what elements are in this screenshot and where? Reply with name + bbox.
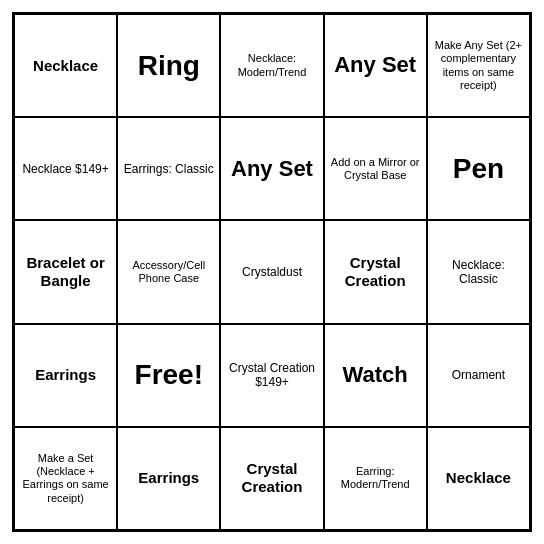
- cell-r1-c2: Ring: [117, 14, 220, 117]
- cell-text-r5-c2: Earrings: [138, 469, 199, 487]
- cell-text-r3-c2: Accessory/Cell Phone Case: [122, 259, 215, 285]
- cell-r1-c5: Make Any Set (2+ complementary items on …: [427, 14, 530, 117]
- cell-r2-c5: Pen: [427, 117, 530, 220]
- cell-text-r2-c2: Earrings: Classic: [124, 162, 214, 176]
- cell-text-r4-c3: Crystal Creation $149+: [225, 361, 318, 390]
- cell-text-r2-c5: Pen: [453, 152, 504, 186]
- cell-r5-c1: Make a Set (Necklace + Earrings on same …: [14, 427, 117, 530]
- cell-r4-c1: Earrings: [14, 324, 117, 427]
- cell-text-r5-c3: Crystal Creation: [225, 460, 318, 496]
- cell-r1-c1: Necklace: [14, 14, 117, 117]
- cell-r4-c2: Free!: [117, 324, 220, 427]
- cell-text-r3-c4: Crystal Creation: [329, 254, 422, 290]
- cell-r3-c3: Crystaldust: [220, 220, 323, 323]
- cell-text-r1-c5: Make Any Set (2+ complementary items on …: [432, 39, 525, 92]
- cell-r2-c4: Add on a Mirror or Crystal Base: [324, 117, 427, 220]
- cell-r1-c4: Any Set: [324, 14, 427, 117]
- cell-text-r1-c1: Necklace: [33, 57, 98, 75]
- cell-text-r2-c1: Necklace $149+: [22, 162, 108, 176]
- cell-text-r5-c5: Necklace: [446, 469, 511, 487]
- cell-text-r1-c3: Necklace: Modern/Trend: [225, 52, 318, 78]
- cell-r5-c4: Earring: Modern/Trend: [324, 427, 427, 530]
- cell-r5-c3: Crystal Creation: [220, 427, 323, 530]
- cell-text-r4-c1: Earrings: [35, 366, 96, 384]
- cell-text-r2-c4: Add on a Mirror or Crystal Base: [329, 156, 422, 182]
- cell-text-r3-c5: Necklace: Classic: [432, 258, 525, 287]
- cell-text-r4-c2: Free!: [135, 358, 203, 392]
- cell-text-r3-c3: Crystaldust: [242, 265, 302, 279]
- cell-text-r2-c3: Any Set: [231, 156, 313, 182]
- cell-text-r3-c1: Bracelet or Bangle: [19, 254, 112, 290]
- cell-r4-c4: Watch: [324, 324, 427, 427]
- cell-r2-c3: Any Set: [220, 117, 323, 220]
- cell-text-r5-c1: Make a Set (Necklace + Earrings on same …: [19, 452, 112, 505]
- cell-r1-c3: Necklace: Modern/Trend: [220, 14, 323, 117]
- cell-r4-c3: Crystal Creation $149+: [220, 324, 323, 427]
- cell-r3-c5: Necklace: Classic: [427, 220, 530, 323]
- cell-r2-c1: Necklace $149+: [14, 117, 117, 220]
- bingo-grid: NecklaceRingNecklace: Modern/TrendAny Se…: [12, 12, 532, 532]
- cell-r3-c1: Bracelet or Bangle: [14, 220, 117, 323]
- cell-r3-c2: Accessory/Cell Phone Case: [117, 220, 220, 323]
- cell-text-r1-c2: Ring: [138, 49, 200, 83]
- cell-r3-c4: Crystal Creation: [324, 220, 427, 323]
- cell-r2-c2: Earrings: Classic: [117, 117, 220, 220]
- cell-text-r4-c5: Ornament: [452, 368, 505, 382]
- cell-r5-c2: Earrings: [117, 427, 220, 530]
- cell-text-r1-c4: Any Set: [334, 52, 416, 78]
- cell-text-r4-c4: Watch: [343, 362, 408, 388]
- cell-r4-c5: Ornament: [427, 324, 530, 427]
- cell-text-r5-c4: Earring: Modern/Trend: [329, 465, 422, 491]
- cell-r5-c5: Necklace: [427, 427, 530, 530]
